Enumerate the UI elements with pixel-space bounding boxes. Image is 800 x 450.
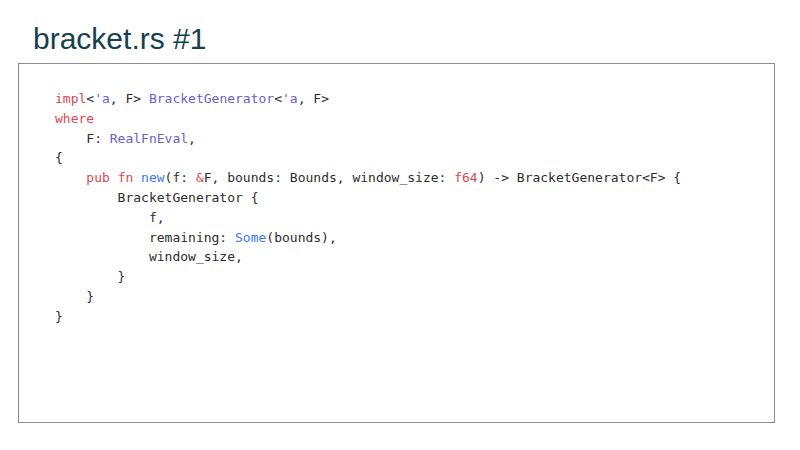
code-token: RealFnEval — [110, 131, 188, 146]
code-token: Some — [235, 230, 266, 245]
code-line: f, — [55, 208, 774, 228]
code-line: remaining: Some(bounds), — [55, 228, 774, 248]
code-token: ) -> BracketGenerator<F> { — [478, 170, 682, 185]
code-token: window_size, — [55, 249, 243, 264]
code-token: F: — [55, 131, 110, 146]
code-panel: impl<'a, F> BracketGenerator<'a, F>where… — [18, 63, 775, 423]
code-line: pub fn new(f: &F, bounds: Bounds, window… — [55, 168, 774, 188]
slide: bracket.rs #1 impl<'a, F> BracketGenerat… — [0, 0, 800, 450]
code-token: < — [86, 91, 94, 106]
code-token: (f: — [165, 170, 196, 185]
slide-title: bracket.rs #1 — [33, 22, 206, 56]
code-token — [110, 170, 118, 185]
code-token: , — [188, 131, 196, 146]
code-token: } — [55, 269, 125, 284]
code-token: fn — [118, 170, 134, 185]
code-line: BracketGenerator { — [55, 188, 774, 208]
code-token: where — [55, 111, 94, 126]
code-line: F: RealFnEval, — [55, 129, 774, 149]
code-token: BracketGenerator — [149, 91, 274, 106]
code-line: window_size, — [55, 247, 774, 267]
code-token — [55, 170, 86, 185]
code-token: } — [55, 309, 63, 324]
code-token: } — [55, 289, 94, 304]
code-line: impl<'a, F> BracketGenerator<'a, F> — [55, 89, 774, 109]
code-token: & — [196, 170, 204, 185]
code-token: (bounds), — [266, 230, 336, 245]
code-token: remaining: — [55, 230, 235, 245]
code-token: pub — [86, 170, 109, 185]
code-token: 'a — [282, 91, 298, 106]
code-line: { — [55, 148, 774, 168]
code-line: } — [55, 307, 774, 327]
code-token: new — [141, 170, 164, 185]
code-token — [133, 170, 141, 185]
code-token: f, — [55, 210, 165, 225]
code-token: , F> — [298, 91, 329, 106]
code-token: BracketGenerator { — [55, 190, 259, 205]
code-token: , F> — [110, 91, 149, 106]
code-line: } — [55, 287, 774, 307]
code-token: < — [274, 91, 282, 106]
code-token: impl — [55, 91, 86, 106]
code-token: { — [55, 150, 63, 165]
code-block: impl<'a, F> BracketGenerator<'a, F>where… — [19, 64, 774, 327]
code-token: F, bounds: Bounds, window_size: — [204, 170, 454, 185]
code-token: 'a — [94, 91, 110, 106]
code-token: f64 — [454, 170, 477, 185]
code-line: where — [55, 109, 774, 129]
code-line: } — [55, 267, 774, 287]
